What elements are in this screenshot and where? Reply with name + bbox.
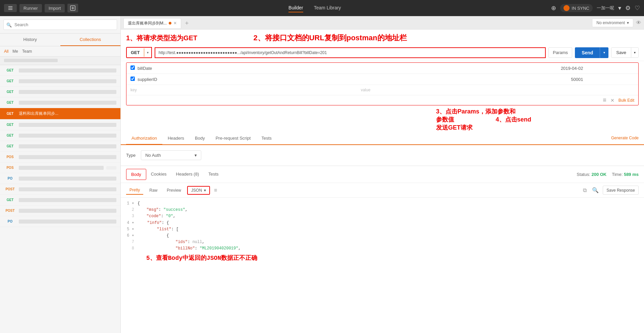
list-item[interactable]: GET: [0, 120, 120, 130]
param-checkbox-1[interactable]: [130, 65, 135, 70]
add-tab-button[interactable]: ＋: [181, 19, 193, 27]
filter-team[interactable]: Team: [22, 49, 32, 54]
format-preview-button[interactable]: Preview: [163, 186, 184, 194]
item-text: [19, 123, 116, 127]
status-value: 200 OK: [591, 172, 606, 177]
topbar: Runner Import Builder Team Library ⊕ IN …: [0, 0, 644, 16]
collapse-arrow-5[interactable]: 5 ▾: [126, 226, 134, 233]
copy-button[interactable]: ⧉: [582, 186, 588, 195]
json-line-5: 5 ▾ "list": [: [126, 226, 639, 233]
list-item[interactable]: GET: [0, 76, 120, 87]
runner-button[interactable]: Runner: [19, 4, 42, 12]
save-response-button[interactable]: Save Response: [603, 186, 639, 195]
param-row-empty: key value: [126, 85, 638, 95]
tab-title: 退出库账单同步到M...: [128, 20, 167, 26]
send-button[interactable]: Send: [575, 47, 600, 58]
tab-close-icon[interactable]: ✕: [173, 21, 177, 26]
step5-annotation-row: 5、查看Body中返回的JSON数据正不正确: [126, 252, 639, 265]
filter-all[interactable]: All: [4, 49, 8, 54]
item-extra: [106, 166, 116, 170]
list-item[interactable]: POST: [0, 205, 120, 216]
team-library-nav[interactable]: Team Library: [314, 4, 341, 12]
request-tab-active[interactable]: 退出库账单同步到M... ✕: [123, 18, 181, 28]
search-input[interactable]: [3, 19, 117, 30]
time-label: Time: 589 ms: [612, 172, 639, 177]
param-value-placeholder: value: [357, 85, 587, 95]
response-section: Body Cookies Headers (8) Tests Status: 2…: [121, 165, 644, 333]
topbar-nav: Builder Team Library: [81, 4, 548, 12]
params-section: billDate 2019-04-02 supplierID 50001 key…: [126, 62, 639, 105]
sidebar-filter: All Me Team: [0, 46, 120, 57]
list-item[interactable]: POST: [0, 184, 120, 195]
collapse-arrow-6[interactable]: 6 ▾: [126, 233, 134, 239]
list-item[interactable]: PO: [0, 173, 120, 184]
generate-code-link[interactable]: Generate Code: [611, 132, 639, 144]
search-response-button[interactable]: 🔍: [591, 186, 600, 195]
new-request-button[interactable]: [67, 4, 78, 12]
tab-history[interactable]: History: [0, 34, 60, 46]
save-dropdown-arrow[interactable]: ▾: [631, 48, 638, 57]
main-layout: 🔍 History Collections All Me Team GET GE: [0, 16, 644, 333]
list-item[interactable]: GET: [0, 65, 120, 76]
heart-button[interactable]: ♡: [635, 4, 640, 12]
tab-tests[interactable]: Tests: [256, 132, 277, 145]
env-dropdown[interactable]: No environment ▾: [592, 18, 633, 27]
svg-rect-1: [8, 8, 12, 8]
format-dropdown[interactable]: JSON ▾: [187, 186, 210, 195]
param-checkbox-2[interactable]: [130, 77, 135, 81]
param-key-placeholder: key: [126, 85, 357, 95]
item-text: [19, 166, 104, 170]
res-tab-body[interactable]: Body: [126, 169, 146, 180]
list-item[interactable]: GET: [0, 87, 120, 97]
tab-pre-request[interactable]: Pre-request Script: [210, 132, 256, 145]
type-dropdown[interactable]: No Auth ▾: [141, 150, 201, 160]
param-value-1: 2019-04-02: [357, 63, 587, 74]
request-row: GET ▾ Params Send ▾ Save ▾: [121, 44, 644, 61]
list-item[interactable]: POS: [0, 152, 120, 162]
list-item[interactable]: PO: [0, 216, 120, 227]
collapse-arrow-4[interactable]: 4 ▾: [126, 220, 134, 226]
filter-me[interactable]: Me: [12, 49, 18, 54]
status-label: Status: 200 OK: [577, 172, 606, 177]
settings-button[interactable]: ⚙: [625, 4, 631, 12]
sidebar-toggle-button[interactable]: [4, 4, 17, 12]
list-item[interactable]: GET: [0, 130, 120, 141]
item-text: [19, 68, 116, 73]
list-item[interactable]: GET: [0, 195, 120, 205]
eye-button[interactable]: 👁: [636, 20, 641, 26]
tab-authorization[interactable]: Authorization: [126, 132, 162, 145]
list-item-active[interactable]: GET 退料和出库账单同步...: [0, 108, 120, 120]
builder-nav[interactable]: Builder: [288, 4, 303, 12]
res-tab-headers[interactable]: Headers (8): [171, 169, 204, 180]
format-lines-icon[interactable]: ≡: [213, 186, 218, 195]
params-close-icon[interactable]: ✕: [610, 98, 614, 103]
tab-collections[interactable]: Collections: [60, 34, 121, 46]
bulk-edit-link[interactable]: Bulk Edit: [619, 98, 634, 103]
params-menu-icon[interactable]: ≡: [603, 97, 606, 104]
list-item[interactable]: GET: [0, 97, 120, 108]
list-item[interactable]: GET: [0, 141, 120, 152]
step1-annotation: 1、将请求类型选为GET: [126, 34, 197, 42]
res-tab-cookies[interactable]: Cookies: [146, 169, 171, 180]
item-text: [19, 134, 116, 138]
url-input[interactable]: [155, 47, 546, 58]
list-item[interactable]: POS: [0, 162, 120, 173]
format-raw-button[interactable]: Raw: [146, 186, 161, 194]
format-pretty-button[interactable]: Pretty: [126, 186, 143, 195]
params-button[interactable]: Params: [548, 47, 572, 58]
sidebar-search-area: 🔍: [0, 16, 120, 34]
response-status: Status: 200 OK Time: 589 ms: [577, 172, 639, 177]
response-header: Body Cookies Headers (8) Tests Status: 2…: [121, 166, 644, 183]
method-label: GET: [4, 68, 16, 73]
method-dropdown-arrow[interactable]: ▾: [144, 48, 151, 57]
param-row-1: billDate 2019-04-02: [126, 63, 638, 74]
res-tab-tests[interactable]: Tests: [204, 169, 223, 180]
satellite-icon-button[interactable]: ⊕: [551, 4, 556, 12]
collapse-arrow-1[interactable]: 1 ▾: [126, 200, 134, 207]
tab-headers[interactable]: Headers: [162, 132, 190, 145]
import-button[interactable]: Import: [45, 4, 65, 12]
save-button[interactable]: Save: [611, 48, 631, 57]
user-menu-arrow[interactable]: ▾: [618, 4, 621, 12]
send-dropdown-arrow[interactable]: ▾: [600, 47, 608, 58]
tab-body[interactable]: Body: [190, 132, 210, 145]
